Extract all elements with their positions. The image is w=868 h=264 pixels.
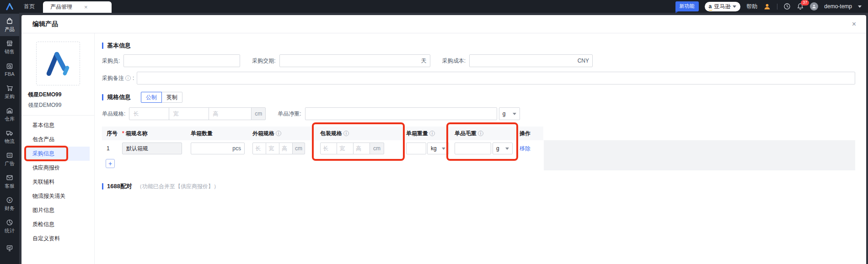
modal-header: 编辑产品 × [21, 15, 866, 33]
length-input[interactable] [129, 107, 169, 120]
caret-down-icon [513, 113, 516, 115]
sidebar-item-statistics[interactable]: 统计 [0, 215, 19, 238]
outer-width-input[interactable] [266, 143, 279, 154]
net-weight-unit-select[interactable]: g [499, 107, 520, 120]
ad-icon: AD [6, 152, 13, 159]
sidebar-item-fba[interactable]: FBA [0, 58, 19, 81]
help-link[interactable]: 帮助 [746, 3, 757, 11]
pack-width-input[interactable] [337, 143, 354, 154]
user-menu[interactable]: demo-temp [824, 3, 852, 10]
note-colon: : [133, 75, 134, 81]
col-box-weight: 单箱重量 i [402, 130, 450, 137]
table-header-row: 序号 * 箱规名称 单箱数量 外箱规格 i 包装规格 [102, 127, 543, 140]
sidebar-item-finance[interactable]: ¥ 财务 [0, 193, 19, 215]
bag-icon [6, 17, 13, 25]
menu-item-included-products[interactable]: 包含产品 [26, 132, 90, 147]
tab-close-icon[interactable]: × [84, 4, 88, 10]
col-pack-spec: 包装规格 i [316, 130, 402, 137]
history-clock-icon[interactable] [783, 3, 791, 10]
notifications-bell-icon[interactable]: 37 [797, 3, 804, 10]
section-bar [102, 183, 103, 190]
amazon-icon: a [709, 4, 712, 9]
pack-length-input[interactable] [320, 143, 337, 154]
menu-item-image-info[interactable]: 图片信息 [26, 203, 90, 217]
sidebar-item-sales[interactable]: 销售 [0, 36, 19, 58]
net-weight-input[interactable] [305, 107, 497, 120]
purchase-note-input[interactable] [137, 72, 855, 84]
menu-item-supplier-quotes[interactable]: 供应商报价 [26, 161, 90, 175]
caret-down-icon [505, 148, 509, 150]
section-1688-match: 1688配对 （功能已合并至【供应商报价】） [102, 182, 855, 190]
modal-title: 编辑产品 [32, 20, 58, 28]
menu-item-basic-info[interactable]: 基本信息 [26, 118, 90, 132]
section-bar [102, 42, 103, 49]
product-alias: 领星DEMO99 [26, 101, 90, 109]
modal-close-icon[interactable]: × [852, 21, 856, 28]
buyer-input[interactable] [123, 54, 240, 67]
pack-dim-unit: cm [370, 143, 384, 154]
gross-unit-select[interactable]: g [493, 143, 513, 154]
pack-height-input[interactable] [353, 143, 370, 154]
col-box-name: * 箱规名称 [118, 130, 186, 137]
sidebar-item-logistics[interactable]: 物流 [0, 126, 19, 148]
net-weight-label: 单品净重: [278, 110, 301, 118]
box-spec-table: 序号 * 箱规名称 单箱数量 外箱规格 i 包装规格 [102, 127, 855, 170]
section-spec-info: 规格信息 公制 英制 [102, 92, 855, 103]
new-feature-badge[interactable]: 新功能 [675, 1, 699, 11]
section-basic-info: 基本信息 [102, 42, 855, 50]
menu-item-related-materials[interactable]: 关联辅料 [26, 175, 90, 189]
col-index: 序号 [102, 130, 118, 137]
fba-box-icon [6, 63, 13, 70]
cost-label: 采购成本: [442, 57, 466, 65]
box-name-input[interactable] [122, 143, 182, 154]
lead-time-input[interactable] [279, 54, 430, 67]
box-weight-input[interactable] [406, 143, 426, 154]
platform-label: 亚马逊 [714, 3, 730, 11]
pie-chart-icon [6, 219, 13, 226]
metric-toggle-button[interactable]: 公制 [141, 92, 162, 103]
product-name: 领星DEMO99 [26, 91, 90, 99]
tab-label: 产品管理 [50, 3, 72, 11]
merged-note: （功能已合并至【供应商报价】） [137, 183, 219, 190]
tab-product-management[interactable]: 产品管理 × [43, 1, 112, 13]
table-row: 1 pcs [102, 140, 543, 157]
menu-item-logistics-customs[interactable]: 物流报关清关 [26, 189, 90, 203]
left-nav-sidebar: 产品 销售 FBA 采购 [0, 13, 19, 264]
box-qty-input[interactable] [191, 143, 245, 154]
table-empty-area [544, 140, 855, 170]
support-agent-icon[interactable] [763, 3, 771, 11]
remove-row-link[interactable]: 移除 [520, 145, 530, 153]
outer-height-input[interactable] [279, 143, 293, 154]
user-avatar[interactable] [810, 2, 818, 11]
sidebar-item-reports[interactable] [0, 238, 19, 260]
outer-length-input[interactable] [252, 143, 266, 154]
cost-input[interactable] [469, 54, 593, 67]
shop-icon [6, 40, 13, 47]
menu-item-purchase-info[interactable]: 采购信息 [26, 147, 90, 161]
sidebar-item-warehouse[interactable]: 仓库 [0, 103, 19, 126]
width-input[interactable] [169, 107, 209, 120]
sidebar-item-ads[interactable]: AD 广告 [0, 148, 19, 170]
menu-item-custom-data[interactable]: 自定义资料 [26, 232, 90, 246]
top-bar: 首页 产品管理 × 新功能 a 亚马逊 帮助 [0, 0, 868, 13]
divider [777, 4, 777, 10]
info-icon: i [125, 75, 131, 81]
sidebar-item-purchase[interactable]: 采购 [0, 81, 19, 103]
imperial-toggle-button[interactable]: 英制 [161, 92, 182, 103]
sidebar-item-products[interactable]: 产品 [0, 14, 19, 36]
add-row-button[interactable]: + [106, 159, 115, 168]
unit-gross-input[interactable] [455, 143, 491, 154]
height-input[interactable] [209, 107, 252, 120]
tab-home[interactable]: 首页 [19, 3, 43, 11]
menu-item-quality-info[interactable]: 质检信息 [26, 217, 90, 232]
platform-selector[interactable]: a 亚马逊 [705, 2, 741, 11]
lead-time-label: 采购交期: [252, 57, 275, 65]
col-qty: 单箱数量 [186, 130, 248, 137]
caret-down-icon [442, 148, 445, 150]
box-weight-unit-select[interactable]: kg [427, 143, 449, 154]
notification-count-badge: 37 [801, 0, 809, 5]
note-label: 采购备注 [102, 74, 124, 82]
table-footer-row: + [102, 157, 543, 170]
unit-spec-label: 单品规格: [102, 110, 125, 118]
sidebar-item-service[interactable]: 客服 [0, 170, 19, 193]
